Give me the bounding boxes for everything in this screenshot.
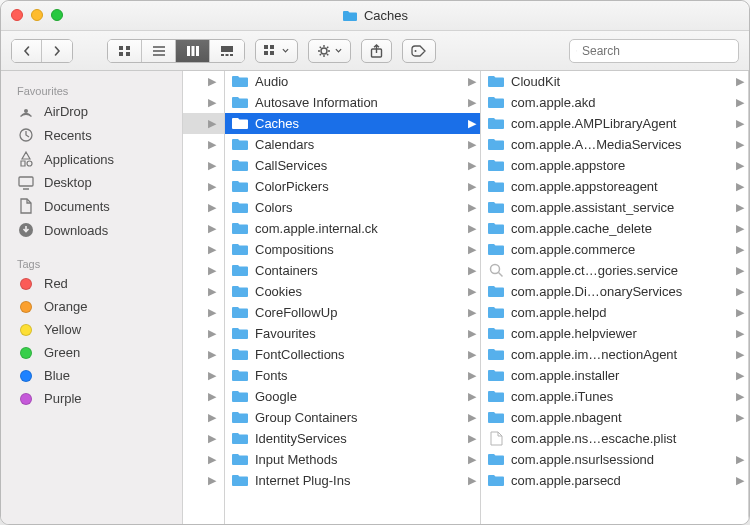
sidebar-item-recents[interactable]: Recents xyxy=(1,123,182,147)
list-item[interactable]: com.apple.Di…onaryServices▶ xyxy=(481,281,748,302)
list-item[interactable]: com.apple.A…MediaServices▶ xyxy=(481,134,748,155)
list-item[interactable]: ColorPickers▶ xyxy=(225,176,480,197)
list-item[interactable]: com.apple.commerce▶ xyxy=(481,239,748,260)
search-field[interactable] xyxy=(569,39,739,63)
list-item[interactable]: ▶ xyxy=(183,71,224,92)
item-label: Google xyxy=(255,389,460,404)
list-item[interactable]: Audio▶ xyxy=(225,71,480,92)
sidebar-tag-orange[interactable]: Orange xyxy=(1,295,182,318)
list-item[interactable]: Containers▶ xyxy=(225,260,480,281)
list-item[interactable]: CloudKit▶ xyxy=(481,71,748,92)
list-item[interactable]: ▶ xyxy=(183,176,224,197)
list-item[interactable]: com.apple.cache_delete▶ xyxy=(481,218,748,239)
list-item[interactable]: FontCollections▶ xyxy=(225,344,480,365)
sidebar-tag-purple[interactable]: Purple xyxy=(1,387,182,410)
list-item[interactable]: ▶ xyxy=(183,155,224,176)
list-item[interactable]: com.apple.installer▶ xyxy=(481,365,748,386)
column-2[interactable]: CloudKit▶com.apple.akd▶com.apple.AMPLibr… xyxy=(481,71,749,524)
list-item[interactable]: ▶ xyxy=(183,323,224,344)
list-item[interactable]: ▶ xyxy=(183,428,224,449)
list-item[interactable]: Calendars▶ xyxy=(225,134,480,155)
file-icon xyxy=(487,431,505,446)
list-item[interactable]: ▶ xyxy=(183,218,224,239)
sidebar-item-applications[interactable]: Applications xyxy=(1,147,182,171)
list-item[interactable]: Favourites▶ xyxy=(225,323,480,344)
list-item[interactable]: com.apple.AMPLibraryAgent▶ xyxy=(481,113,748,134)
list-item[interactable]: com.apple.nbagent▶ xyxy=(481,407,748,428)
list-item[interactable]: ▶ xyxy=(183,302,224,323)
list-item[interactable]: com.apple.appstoreagent▶ xyxy=(481,176,748,197)
list-item[interactable]: com.apple.assistant_service▶ xyxy=(481,197,748,218)
column-1[interactable]: Audio▶Autosave Information▶Caches▶Calend… xyxy=(225,71,481,524)
list-item[interactable]: Input Methods▶ xyxy=(225,449,480,470)
sidebar-tag-yellow[interactable]: Yellow xyxy=(1,318,182,341)
list-item[interactable]: com.apple.im…nectionAgent▶ xyxy=(481,344,748,365)
tags-button[interactable] xyxy=(402,39,436,63)
view-column-button[interactable] xyxy=(176,40,210,62)
list-item[interactable]: ▶ xyxy=(183,365,224,386)
chevron-right-icon: ▶ xyxy=(206,411,216,424)
list-item[interactable]: ▶ xyxy=(183,92,224,113)
list-item[interactable]: ▶ xyxy=(183,281,224,302)
list-item[interactable]: ▶ xyxy=(183,260,224,281)
list-item[interactable]: com.apple.helpviewer▶ xyxy=(481,323,748,344)
list-item[interactable]: ▶ xyxy=(183,449,224,470)
list-item[interactable]: com.apple.iTunes▶ xyxy=(481,386,748,407)
sidebar-tag-green[interactable]: Green xyxy=(1,341,182,364)
list-item[interactable]: Google▶ xyxy=(225,386,480,407)
list-item[interactable]: ▶ xyxy=(183,113,224,134)
sidebar-item-documents[interactable]: Documents xyxy=(1,194,182,218)
list-item[interactable]: ▶ xyxy=(183,386,224,407)
column-0[interactable]: ▶▶▶▶▶▶▶▶▶▶▶▶▶▶▶▶▶▶▶▶ xyxy=(183,71,225,524)
action-button[interactable] xyxy=(308,39,351,63)
sidebar-tag-red[interactable]: Red xyxy=(1,272,182,295)
sidebar-item-desktop[interactable]: Desktop xyxy=(1,171,182,194)
list-item[interactable]: ▶ xyxy=(183,197,224,218)
chevron-right-icon: ▶ xyxy=(206,222,216,235)
sidebar-item-downloads[interactable]: Downloads xyxy=(1,218,182,242)
chevron-right-icon: ▶ xyxy=(466,222,476,235)
list-item[interactable]: com.apple.ct…gories.service▶ xyxy=(481,260,748,281)
list-item[interactable]: CallServices▶ xyxy=(225,155,480,176)
sidebar-item-airdrop[interactable]: AirDrop xyxy=(1,99,182,123)
group-button[interactable] xyxy=(255,39,298,63)
list-item[interactable]: com.apple.appstore▶ xyxy=(481,155,748,176)
close-icon[interactable] xyxy=(11,9,23,21)
list-item[interactable]: com.apple.parsecd▶ xyxy=(481,470,748,491)
list-item[interactable]: ▶ xyxy=(183,239,224,260)
minimize-icon[interactable] xyxy=(31,9,43,21)
list-item[interactable]: IdentityServices▶ xyxy=(225,428,480,449)
list-item[interactable]: Compositions▶ xyxy=(225,239,480,260)
list-item[interactable]: ▶ xyxy=(183,344,224,365)
list-item[interactable]: ▶ xyxy=(183,470,224,491)
list-item[interactable]: Fonts▶ xyxy=(225,365,480,386)
search-input[interactable] xyxy=(582,44,732,58)
list-item[interactable]: Group Containers▶ xyxy=(225,407,480,428)
maximize-icon[interactable] xyxy=(51,9,63,21)
list-item[interactable]: Autosave Information▶ xyxy=(225,92,480,113)
list-item[interactable]: com.apple.akd▶ xyxy=(481,92,748,113)
forward-button[interactable] xyxy=(42,40,72,62)
folder-icon xyxy=(487,75,505,88)
chevron-right-icon: ▶ xyxy=(466,138,476,151)
view-icon-button[interactable] xyxy=(108,40,142,62)
list-item[interactable]: Caches▶ xyxy=(225,113,480,134)
item-label: com.apple.A…MediaServices xyxy=(511,137,728,152)
sidebar-tag-blue[interactable]: Blue xyxy=(1,364,182,387)
back-button[interactable] xyxy=(12,40,42,62)
list-item[interactable]: ▶ xyxy=(183,134,224,155)
list-item[interactable]: com.apple.internal.ck▶ xyxy=(225,218,480,239)
list-item[interactable]: ▶ xyxy=(183,407,224,428)
list-item[interactable]: Internet Plug-Ins▶ xyxy=(225,470,480,491)
list-item[interactable]: com.apple.helpd▶ xyxy=(481,302,748,323)
list-item[interactable]: CoreFollowUp▶ xyxy=(225,302,480,323)
list-item[interactable]: com.apple.nsurlsessiond▶ xyxy=(481,449,748,470)
list-item[interactable]: com.apple.ns…escache.plist xyxy=(481,428,748,449)
downloads-icon xyxy=(17,222,35,238)
share-button[interactable] xyxy=(361,39,392,63)
view-list-button[interactable] xyxy=(142,40,176,62)
view-gallery-button[interactable] xyxy=(210,40,244,62)
svg-point-23 xyxy=(490,265,499,274)
list-item[interactable]: Colors▶ xyxy=(225,197,480,218)
list-item[interactable]: Cookies▶ xyxy=(225,281,480,302)
